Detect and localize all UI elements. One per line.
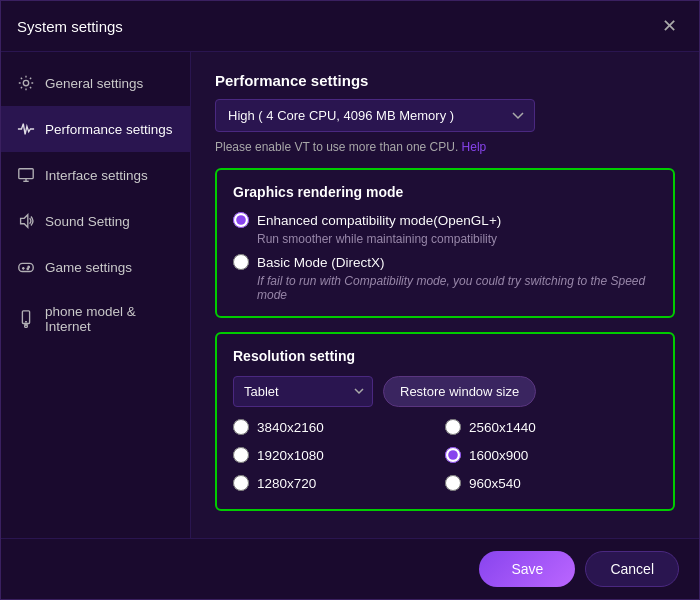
close-button[interactable]: ✕ [656, 13, 683, 39]
res-3840: 3840x2160 [233, 419, 445, 435]
sidebar-label-general: General settings [45, 76, 143, 91]
label-1920: 1920x1080 [257, 448, 324, 463]
graphics-box: Graphics rendering mode Enhanced compati… [215, 168, 675, 318]
phone-icon [17, 310, 35, 328]
pulse-icon [17, 120, 35, 138]
gamepad-icon [17, 258, 35, 276]
res-1280: 1280x720 [233, 475, 445, 491]
radio-basic-label[interactable]: Basic Mode (DirectX) [257, 255, 385, 270]
resolution-grid: 3840x2160 2560x1440 1920x1080 1600x900 [233, 419, 657, 495]
radio-enhanced-option: Enhanced compatibility mode(OpenGL+) [233, 212, 657, 228]
sidebar-item-phone[interactable]: phone model & Internet [1, 290, 190, 348]
res-1600: 1600x900 [445, 447, 657, 463]
help-link[interactable]: Help [462, 140, 487, 154]
resolution-box: Resolution setting Tablet Restore window… [215, 332, 675, 511]
sidebar: General settings Performance settings In… [1, 52, 191, 538]
svg-rect-5 [19, 263, 33, 271]
svg-point-9 [27, 268, 28, 269]
sidebar-item-performance[interactable]: Performance settings [1, 106, 190, 152]
window-title: System settings [17, 18, 123, 35]
graphics-title: Graphics rendering mode [233, 184, 657, 200]
label-1280: 1280x720 [257, 476, 316, 491]
enhanced-sub-text: Run smoother while maintaining compatibi… [257, 232, 657, 246]
resolution-dropdown[interactable]: Tablet [233, 376, 373, 407]
svg-marker-4 [21, 215, 28, 228]
save-button[interactable]: Save [479, 551, 575, 587]
sidebar-item-game[interactable]: Game settings [1, 244, 190, 290]
sound-icon [17, 212, 35, 230]
svg-point-0 [23, 80, 28, 85]
radio-960[interactable] [445, 475, 461, 491]
res-960: 960x540 [445, 475, 657, 491]
radio-3840[interactable] [233, 419, 249, 435]
sidebar-label-performance: Performance settings [45, 122, 173, 137]
sidebar-label-phone: phone model & Internet [45, 304, 174, 334]
system-settings-window: System settings ✕ General settings Perfo… [0, 0, 700, 600]
sidebar-item-interface[interactable]: Interface settings [1, 152, 190, 198]
monitor-icon [17, 166, 35, 184]
restore-window-btn[interactable]: Restore window size [383, 376, 536, 407]
title-bar: System settings ✕ [1, 1, 699, 52]
perf-dropdown-row: High ( 4 Core CPU, 4096 MB Memory ) [215, 99, 675, 132]
radio-1600[interactable] [445, 447, 461, 463]
label-2560: 2560x1440 [469, 420, 536, 435]
perf-hint-text: Please enable VT to use more than one CP… [215, 140, 675, 154]
content-area: General settings Performance settings In… [1, 52, 699, 538]
svg-rect-1 [19, 169, 33, 179]
radio-1280[interactable] [233, 475, 249, 491]
radio-enhanced-label[interactable]: Enhanced compatibility mode(OpenGL+) [257, 213, 501, 228]
label-960: 960x540 [469, 476, 521, 491]
res-2560: 2560x1440 [445, 419, 657, 435]
radio-1920[interactable] [233, 447, 249, 463]
radio-basic-option: Basic Mode (DirectX) [233, 254, 657, 270]
gear-icon [17, 74, 35, 92]
label-1600: 1600x900 [469, 448, 528, 463]
resolution-title: Resolution setting [233, 348, 657, 364]
resolution-row: Tablet Restore window size [233, 376, 657, 407]
label-3840: 3840x2160 [257, 420, 324, 435]
sidebar-label-game: Game settings [45, 260, 132, 275]
radio-basic[interactable] [233, 254, 249, 270]
basic-hint-text: If fail to run with Compatibility mode, … [257, 274, 657, 302]
radio-enhanced[interactable] [233, 212, 249, 228]
footer: Save Cancel [1, 538, 699, 599]
sidebar-label-interface: Interface settings [45, 168, 148, 183]
radio-2560[interactable] [445, 419, 461, 435]
res-1920: 1920x1080 [233, 447, 445, 463]
cancel-button[interactable]: Cancel [585, 551, 679, 587]
sidebar-item-general[interactable]: General settings [1, 60, 190, 106]
perf-section-title: Performance settings [215, 72, 675, 89]
sidebar-item-sound[interactable]: Sound Setting [1, 198, 190, 244]
perf-dropdown[interactable]: High ( 4 Core CPU, 4096 MB Memory ) [215, 99, 535, 132]
main-content: Performance settings High ( 4 Core CPU, … [191, 52, 699, 538]
sidebar-label-sound: Sound Setting [45, 214, 130, 229]
